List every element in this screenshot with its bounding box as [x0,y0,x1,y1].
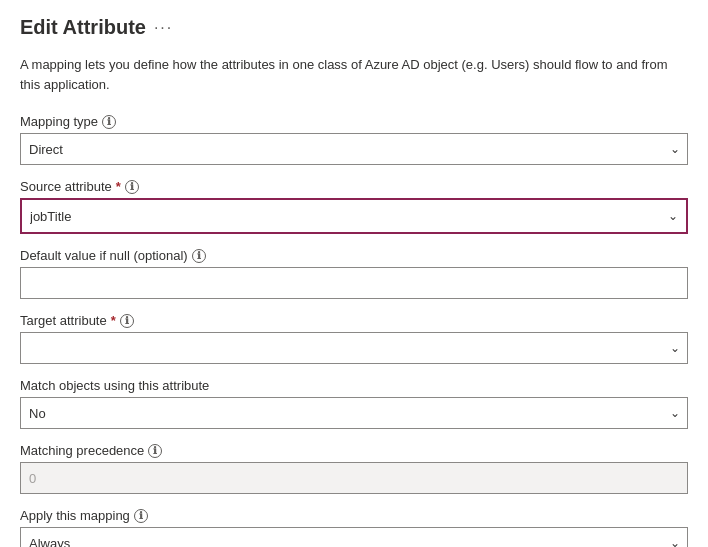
target-attribute-info-icon[interactable]: ℹ [120,314,134,328]
match-objects-select[interactable]: No Yes [20,397,688,429]
page-description: A mapping lets you define how the attrib… [20,55,688,94]
default-value-input[interactable] [20,267,688,299]
mapping-type-label: Mapping type ℹ [20,114,688,129]
match-objects-select-wrapper: No Yes ⌄ [20,397,688,429]
apply-mapping-info-icon[interactable]: ℹ [134,509,148,523]
apply-mapping-label: Apply this mapping ℹ [20,508,688,523]
source-attribute-select[interactable]: jobTitle displayName mail userPrincipalN… [22,200,686,232]
target-attribute-group: Target attribute * ℹ ⌄ [20,313,688,364]
page-title: Edit Attribute [20,16,146,39]
matching-precedence-label: Matching precedence ℹ [20,443,688,458]
apply-mapping-select[interactable]: Always Only during object creation [20,527,688,547]
match-objects-group: Match objects using this attribute No Ye… [20,378,688,429]
mapping-type-select-wrapper: Direct Constant Expression ⌄ [20,133,688,165]
target-attribute-select-wrapper: ⌄ [20,332,688,364]
apply-mapping-select-wrapper: Always Only during object creation ⌄ [20,527,688,547]
mapping-type-info-icon[interactable]: ℹ [102,115,116,129]
target-attribute-label: Target attribute * ℹ [20,313,688,328]
match-objects-label: Match objects using this attribute [20,378,688,393]
matching-precedence-info-icon[interactable]: ℹ [148,444,162,458]
source-attribute-group: Source attribute * ℹ jobTitle displayNam… [20,179,688,234]
source-attribute-label: Source attribute * ℹ [20,179,688,194]
more-options-button[interactable]: ··· [154,19,173,37]
default-value-label: Default value if null (optional) ℹ [20,248,688,263]
default-value-info-icon[interactable]: ℹ [192,249,206,263]
source-attribute-required-star: * [116,179,121,194]
page-header: Edit Attribute ··· [20,16,688,39]
target-attribute-required-star: * [111,313,116,328]
mapping-type-select[interactable]: Direct Constant Expression [20,133,688,165]
matching-precedence-group: Matching precedence ℹ [20,443,688,494]
matching-precedence-input [20,462,688,494]
source-attribute-info-icon[interactable]: ℹ [125,180,139,194]
source-attribute-select-wrapper: jobTitle displayName mail userPrincipalN… [20,198,688,234]
apply-mapping-group: Apply this mapping ℹ Always Only during … [20,508,688,547]
mapping-type-group: Mapping type ℹ Direct Constant Expressio… [20,114,688,165]
target-attribute-select[interactable] [20,332,688,364]
default-value-group: Default value if null (optional) ℹ [20,248,688,299]
